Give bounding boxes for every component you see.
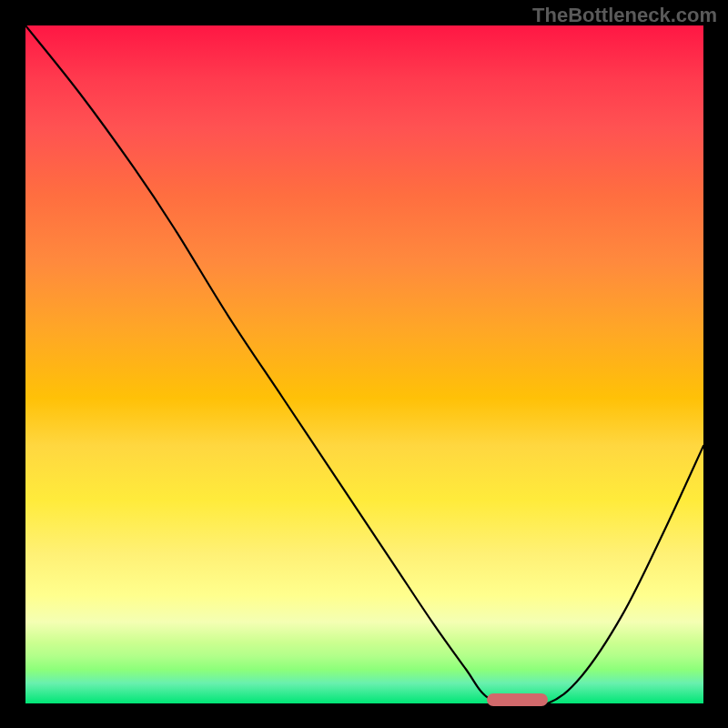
chart-container: TheBottleneck.com — [0, 0, 728, 728]
bottleneck-curve — [25, 25, 703, 703]
curve-svg — [25, 25, 703, 703]
plot-area — [25, 25, 703, 703]
watermark-text: TheBottleneck.com — [532, 4, 717, 27]
optimal-range-marker — [487, 693, 548, 706]
